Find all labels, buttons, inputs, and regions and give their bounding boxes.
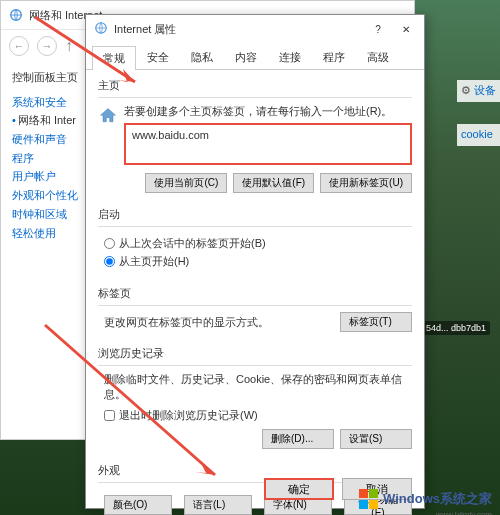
control-panel-sidebar: 控制面板主页 系统和安全 •网络和 Inter 硬件和声音 程序 用户帐户 外观…: [12, 68, 78, 242]
tabpage-section: 标签页 更改网页在标签页中的显示方式。 标签页(T): [98, 286, 412, 338]
hint-devices[interactable]: ⚙设备: [457, 80, 500, 102]
bullet-icon: •: [12, 114, 16, 126]
radio-last-session-input[interactable]: [104, 238, 115, 249]
sidebar-item-clock[interactable]: 时钟和区域: [12, 205, 78, 224]
dialog-tabs: 常规 安全 隐私 内容 连接 程序 高级: [86, 45, 424, 70]
watermark: Windows系统之家: [359, 489, 492, 509]
watermark-text: Windows系统之家: [383, 490, 492, 508]
right-hints: ⚙设备 cookie: [457, 80, 500, 146]
dialog-titlebar: Internet 属性 ? ✕: [86, 15, 424, 43]
homepage-url-input[interactable]: [124, 123, 412, 165]
homepage-label: 主页: [98, 78, 412, 93]
sidebar-item-ease[interactable]: 轻松使用: [12, 224, 78, 243]
history-section: 浏览历史记录 删除临时文件、历史记录、Cookie、保存的密码和网页表单信息。 …: [98, 346, 412, 455]
internet-properties-dialog: Internet 属性 ? ✕ 常规 安全 隐私 内容 连接 程序 高级 主页 …: [85, 14, 425, 509]
back-button[interactable]: ←: [9, 36, 29, 56]
taskbar-preview: 54d... dbb7db1: [422, 321, 490, 335]
delete-on-exit-input[interactable]: [104, 410, 115, 421]
radio-homepage-input[interactable]: [104, 256, 115, 267]
sidebar-item-system[interactable]: 系统和安全: [12, 93, 78, 112]
language-button[interactable]: 语言(L): [184, 495, 252, 515]
watermark-url: www.bjjmlv.com: [436, 510, 492, 515]
tabpage-button[interactable]: 标签页(T): [340, 312, 412, 332]
homepage-section: 主页 若要创建多个主页标签页，请在每行输入一个地址(R)。 使用当前页(C) 使…: [98, 78, 412, 199]
startup-section: 启动 从上次会话中的标签页开始(B) 从主页开始(H): [98, 207, 412, 278]
tab-advanced[interactable]: 高级: [356, 45, 400, 69]
use-newtab-button[interactable]: 使用新标签页(U): [320, 173, 412, 193]
sidebar-title: 控制面板主页: [12, 68, 78, 87]
dialog-body: 主页 若要创建多个主页标签页，请在每行输入一个地址(R)。 使用当前页(C) 使…: [86, 70, 424, 515]
delete-button[interactable]: 删除(D)...: [262, 429, 334, 449]
tab-programs[interactable]: 程序: [312, 45, 356, 69]
tab-security[interactable]: 安全: [136, 45, 180, 69]
dialog-title: Internet 属性: [114, 22, 176, 37]
tabpage-text: 更改网页在标签页中的显示方式。: [104, 315, 269, 330]
tab-connections[interactable]: 连接: [268, 45, 312, 69]
sidebar-item-users[interactable]: 用户帐户: [12, 167, 78, 186]
internet-icon: [94, 21, 108, 37]
sidebar-item-programs[interactable]: 程序: [12, 149, 78, 168]
history-text: 删除临时文件、历史记录、Cookie、保存的密码和网页表单信息。: [104, 372, 412, 402]
forward-button[interactable]: →: [37, 36, 57, 56]
use-default-button[interactable]: 使用默认值(F): [233, 173, 314, 193]
homepage-hint: 若要创建多个主页标签页，请在每行输入一个地址(R)。: [124, 104, 412, 119]
startup-label: 启动: [98, 207, 412, 222]
tab-content[interactable]: 内容: [224, 45, 268, 69]
radio-last-session[interactable]: 从上次会话中的标签页开始(B): [104, 236, 412, 251]
network-icon: [9, 8, 23, 22]
color-button[interactable]: 颜色(O): [104, 495, 172, 515]
sidebar-item-appearance[interactable]: 外观和个性化: [12, 186, 78, 205]
help-button[interactable]: ?: [364, 18, 392, 40]
sidebar-item-network[interactable]: •网络和 Inter: [12, 111, 78, 130]
close-button[interactable]: ✕: [392, 18, 420, 40]
windows-logo-icon: [359, 489, 379, 509]
gear-icon: ⚙: [461, 84, 471, 96]
ok-button[interactable]: 确定: [264, 478, 334, 500]
use-current-button[interactable]: 使用当前页(C): [145, 173, 227, 193]
hint-cookie[interactable]: cookie: [457, 124, 500, 146]
home-icon: [98, 106, 118, 126]
delete-on-exit-checkbox[interactable]: 退出时删除浏览历史记录(W): [104, 408, 412, 423]
up-arrow-icon[interactable]: ↑: [65, 37, 73, 55]
settings-button[interactable]: 设置(S): [340, 429, 412, 449]
tab-privacy[interactable]: 隐私: [180, 45, 224, 69]
history-label: 浏览历史记录: [98, 346, 412, 361]
tab-general[interactable]: 常规: [92, 46, 136, 70]
tabpage-label: 标签页: [98, 286, 412, 301]
radio-homepage[interactable]: 从主页开始(H): [104, 254, 412, 269]
appearance-label: 外观: [98, 463, 412, 478]
sidebar-item-hardware[interactable]: 硬件和声音: [12, 130, 78, 149]
